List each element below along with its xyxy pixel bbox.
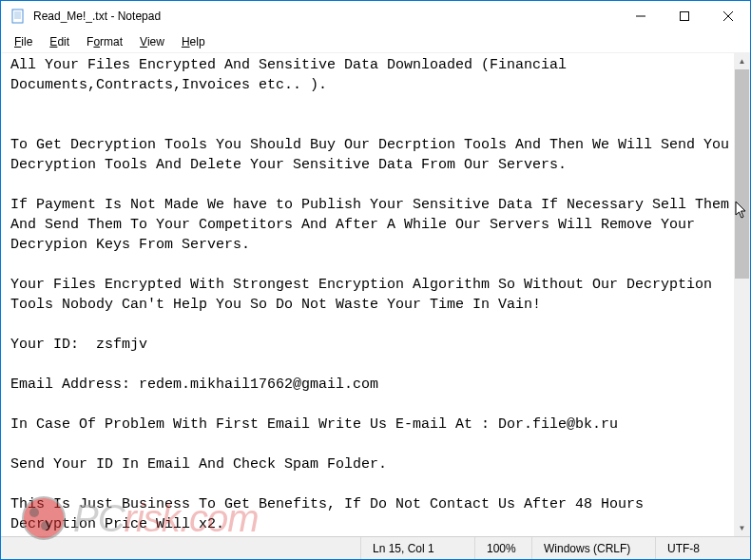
menubar: File Edit Format View Help (1, 31, 750, 52)
menu-format[interactable]: Format (79, 33, 130, 50)
status-position: Ln 15, Col 1 (360, 537, 474, 559)
menu-file[interactable]: File (7, 33, 40, 50)
scroll-thumb[interactable] (735, 69, 749, 279)
statusbar: Ln 15, Col 1 100% Windows (CRLF) UTF-8 (1, 536, 750, 559)
document-body: All Your Files Encrypted And Sensitive D… (10, 57, 734, 532)
scroll-up-arrow[interactable]: ▲ (734, 53, 750, 69)
vertical-scrollbar[interactable]: ▲ ▼ (734, 53, 750, 536)
svg-rect-6 (681, 12, 689, 21)
status-encoding: UTF-8 (655, 537, 750, 559)
window-controls (619, 1, 750, 31)
menu-view[interactable]: View (132, 33, 172, 50)
titlebar[interactable]: Read_Me!_.txt - Notepad (1, 1, 750, 31)
minimize-button[interactable] (619, 1, 663, 31)
notepad-icon (10, 9, 26, 24)
menu-edit[interactable]: Edit (42, 33, 77, 50)
text-editor[interactable]: All Your Files Encrypted And Sensitive D… (1, 53, 734, 536)
menu-help[interactable]: Help (174, 33, 213, 50)
window-title: Read_Me!_.txt - Notepad (33, 10, 619, 23)
notepad-window: Read_Me!_.txt - Notepad File Edit Format… (0, 0, 751, 560)
close-button[interactable] (706, 1, 750, 31)
maximize-button[interactable] (663, 1, 706, 31)
scroll-down-arrow[interactable]: ▼ (734, 520, 750, 536)
content-area: All Your Files Encrypted And Sensitive D… (1, 52, 750, 536)
status-zoom: 100% (474, 537, 531, 559)
status-line-ending: Windows (CRLF) (531, 537, 655, 559)
